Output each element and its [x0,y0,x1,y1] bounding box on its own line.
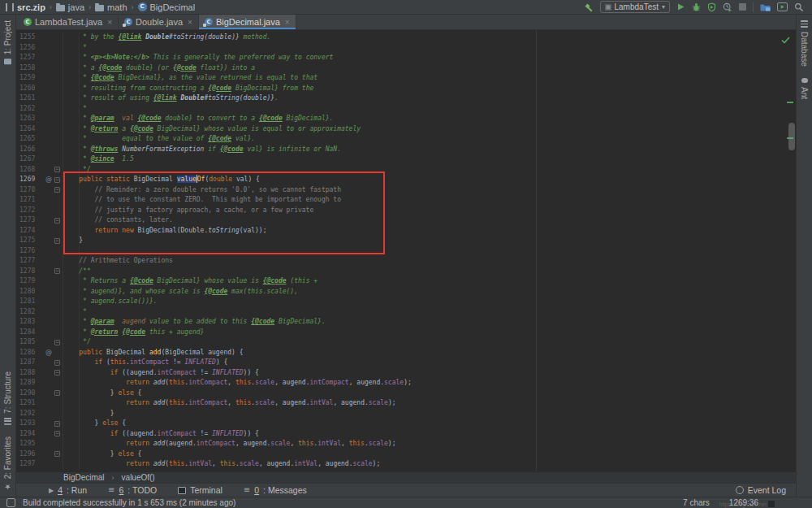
breadcrumb-item-bigdecimal[interactable]: CBigDecimal [138,2,196,12]
gutter: 1263 [16,114,63,124]
breadcrumb-item-java[interactable]: java [56,2,84,12]
stripe-button-ant[interactable]: Ant [800,72,809,105]
code-line: 1267 * @since 1.5 [16,154,796,165]
fold-icon[interactable]: − [54,238,60,244]
fold-icon[interactable]: − [54,390,60,396]
fold-icon[interactable]: − [54,451,60,457]
run-with-coverage-icon[interactable] [707,2,716,12]
close-icon[interactable]: × [285,18,290,27]
tab-double-java[interactable]: CDouble.java× [119,15,199,29]
override-gutter-icon[interactable]: @ [45,348,52,358]
line-number: 1256 [19,43,35,54]
gutter: 1277 [16,256,63,267]
line-number: 1293 [19,419,35,429]
breadcrumb-item-src-zip[interactable]: src.zip [6,2,45,12]
search-icon[interactable] [794,2,804,12]
code-text: */ [63,337,91,348]
line-number: 1259 [19,73,35,84]
code-text: * by the {@link Double#toString(double)}… [63,33,270,43]
run-icon[interactable] [676,2,685,11]
code-line: 1281 * augend.scale())}. [16,297,796,307]
tab-bigdecimal-java[interactable]: CBigDecimal.java× [199,15,296,29]
line-number: 1284 [19,328,35,338]
stop-icon[interactable] [739,3,746,11]
fold-icon[interactable]: − [54,167,60,172]
stripe-button-7-structure[interactable]: 7: Structure [3,366,12,431]
editor-breadcrumb: BigDecimal›valueOf() [16,471,796,483]
toolwindow-todo-button[interactable]: ≡6: TODO [108,485,157,495]
bottom-tool-bar: ▶4: Run≡6: TODOTerminal≡0: Messages Even… [16,483,796,497]
folder-icon [95,5,104,11]
override-gutter-icon[interactable]: @ [45,175,52,185]
line-number: 1263 [19,114,35,124]
breadcrumb-item-bigdecimal[interactable]: BigDecimal [63,473,105,482]
line-number: 1274 [19,226,35,237]
gutter: 1280 [16,287,63,297]
run-config-select[interactable]: LambdaTest ▾ [600,1,671,13]
breadcrumb-separator: › [132,3,134,11]
code-line: 1292 } [16,409,796,419]
gutter: 1291 [16,398,63,409]
fold-icon[interactable]: − [54,340,60,345]
build-hammer-icon[interactable] [584,2,594,12]
run-config-icon [605,4,611,11]
scrollbar-thumb[interactable] [788,123,795,150]
code-editor[interactable]: 1255 * by the {@link Double#toString(dou… [16,30,796,471]
line-number: 1269 [19,175,35,185]
watermark-logo [768,501,775,507]
gutter: 1265 [16,134,63,145]
code-text: return add(augend.intCompact, augend.sca… [63,439,396,449]
stripe-button-1-project[interactable]: 1: Project [3,15,12,70]
fold-icon[interactable]: − [54,177,60,183]
line-number: 1268 [19,165,35,176]
line-number: 1279 [19,276,35,287]
inspection-status-icon[interactable] [781,33,790,47]
line-number: 1264 [19,124,35,135]
fold-icon[interactable]: − [54,187,60,193]
lock-icon [203,24,206,27]
toolwindow-terminal-button[interactable]: Terminal [178,485,222,495]
folder-icon [56,5,65,11]
gutter: 1266 [16,145,63,155]
project-folder-icon[interactable] [760,2,771,11]
close-icon[interactable]: × [107,18,112,27]
run-window-icon[interactable] [777,2,788,11]
fold-icon[interactable]: − [54,268,60,274]
code-text: * @return a {@code BigDecimal} whose val… [63,124,361,135]
stripe-button-2-favorites[interactable]: ★2: Favorites [3,431,12,497]
fold-icon[interactable]: − [54,218,60,224]
tab-label: Double.java [136,17,183,27]
profiler-icon[interactable] [723,2,732,12]
code-text: * Returns a {@code BigDecimal} whose val… [63,276,317,287]
code-text: * augend)}, and whose scale is {@code ma… [63,287,298,297]
gutter: 1269@− [16,175,63,185]
code-text: } else { [63,419,126,429]
gutter: 1281 [16,297,63,307]
breadcrumb-item-valueof-[interactable]: valueOf() [122,473,155,482]
code-line: 1284 * @return {@code this + augend} [16,328,796,338]
gutter: 1258 [16,63,63,74]
toolwindow-run-button[interactable]: ▶4: Run [49,485,87,495]
code-text: } else { [63,449,141,460]
fold-icon[interactable]: − [54,421,60,427]
breadcrumb-item-math[interactable]: math [95,2,127,12]
event-log-button[interactable]: Event Log [736,485,786,495]
stripe-button-database[interactable]: Database [800,15,809,72]
fold-icon[interactable]: − [54,360,60,366]
code-text: * @return {@code this + augend} [63,328,204,338]
toolwindow-messages-button[interactable]: ≡0: Messages [244,485,307,495]
gutter: 1279 [16,276,63,287]
gutter: 1256 [16,43,63,54]
code-text: if ((augend.intCompact != INFLATED)) { [63,429,259,440]
debug-bug-icon[interactable] [692,2,701,11]
gutter: 1255 [16,33,63,43]
toolwindow-switcher-icon[interactable] [6,498,15,507]
tab-lambdatest-java[interactable]: CLambdaTest.java× [18,15,119,29]
todo-icon: ≡ [108,486,114,494]
fold-icon[interactable]: − [54,370,60,376]
project-icon [4,59,11,64]
fold-icon[interactable]: − [54,431,60,436]
line-number: 1258 [19,63,35,74]
close-icon[interactable]: × [188,18,192,27]
gutter: 1278− [16,267,63,277]
